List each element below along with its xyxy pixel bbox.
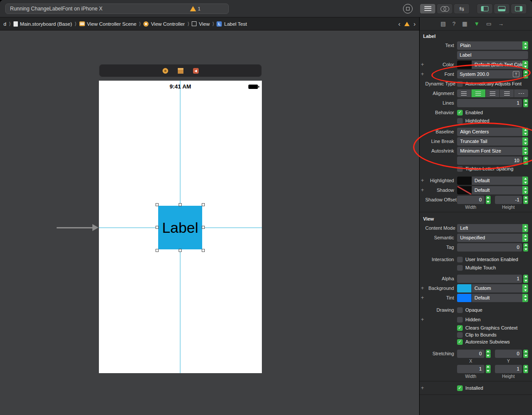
tag-stepper[interactable] [523,243,528,252]
nav-back-button[interactable]: ‹ [398,20,400,27]
stretching-x-field[interactable]: 0 [457,350,485,358]
autoshrink-dropdown[interactable]: Minimum Font Size [457,147,528,155]
navigator-toggle-button[interactable] [477,3,493,14]
hidden-checkbox[interactable] [457,317,463,323]
resize-handle[interactable] [156,203,159,206]
lines-field[interactable]: 1 [457,99,522,107]
jumpbar-item-view-controller[interactable]: View Controller [143,21,185,27]
clears-graphics-context-checkbox[interactable] [457,325,463,331]
nav-forward-button[interactable]: › [413,20,416,27]
stretching-height-field[interactable]: 1 [495,365,522,373]
line-break-dropdown[interactable]: Truncate Tail [457,137,528,146]
stretching-x-stepper[interactable] [486,350,491,358]
jumpbar-item-view[interactable]: View [192,21,210,27]
font-picker-icon[interactable]: T [513,71,519,77]
text-style-dropdown[interactable]: Plain [457,41,528,50]
alpha-field[interactable]: 1 [457,275,522,283]
jumpbar-item-label[interactable]: L Label Test [217,21,247,27]
resize-handle[interactable] [156,226,159,229]
storyboard-canvas[interactable]: 9:41 AM Label [0,31,419,415]
enabled-checkbox[interactable] [457,110,463,116]
shadow-color-well[interactable]: Default [457,186,528,194]
inspector-toggle-button[interactable] [511,3,527,14]
add-installed-attribute-button[interactable]: + [420,384,425,392]
standard-editor-button[interactable] [420,3,436,14]
align-left-segment[interactable] [457,89,471,97]
text-value-row: Label [420,50,532,60]
resize-handle[interactable] [179,249,182,252]
warning-icon[interactable] [404,22,410,26]
connections-inspector-tab[interactable]: → [498,21,504,27]
highlighted-color-well[interactable]: Default [457,177,528,185]
baseline-dropdown[interactable]: Align Centers [457,128,528,136]
jumpbar-truncated-item[interactable]: d [3,21,6,27]
debug-area-toggle-button[interactable] [494,3,510,14]
min-font-size-field[interactable]: 10 [457,156,522,165]
device-screen[interactable]: 9:41 AM Label [99,81,262,373]
exit-dock-icon[interactable] [193,68,199,74]
alpha-stepper[interactable] [523,275,528,283]
multiple-touch-checkbox[interactable] [457,265,463,271]
stretching-y-stepper[interactable] [523,350,528,358]
inspector-content[interactable]: Label Text Plain Label + Color Default (… [420,31,532,415]
content-mode-dropdown[interactable]: Left [457,224,528,232]
autoresize-subviews-checkbox[interactable] [457,339,463,345]
initial-view-arrow[interactable] [57,227,93,228]
shadow-offset-height-stepper[interactable] [523,196,528,204]
resize-handle[interactable] [202,249,205,252]
add-drawing-attribute-button[interactable]: + [420,316,425,324]
highlighted-checkbox[interactable] [457,118,463,124]
resize-handle[interactable] [179,203,182,206]
view-controller-dock-icon[interactable] [163,68,168,74]
adjusts-font-checkbox[interactable] [457,81,463,87]
add-tint-attribute-button[interactable]: + [420,294,425,302]
resize-handle[interactable] [156,249,159,252]
shadow-offset-width-field[interactable]: 0 [457,196,485,204]
shadow-offset-height-field[interactable]: -1 [495,196,522,204]
version-editor-button[interactable]: ⇆ [454,3,470,14]
opaque-checkbox[interactable] [457,307,463,313]
selected-label-view[interactable]: Label [158,206,202,249]
text-color-well[interactable]: Default (Dark Text Color) [457,61,528,69]
resize-handle[interactable] [202,203,205,206]
tag-field[interactable]: 0 [457,243,522,252]
semantic-dropdown[interactable]: Unspecified [457,234,528,242]
add-shadow-attribute-button[interactable]: + [420,186,425,194]
quick-help-tab[interactable]: ? [452,21,455,27]
font-size-stepper[interactable] [523,70,528,78]
identity-inspector-tab[interactable]: ▦ [462,21,468,27]
add-font-attribute-button[interactable]: + [420,70,425,78]
jumpbar-item-storyboard[interactable]: Main.storyboard (Base) [14,21,72,27]
font-field[interactable]: System 200.0T [457,70,522,78]
min-font-size-stepper[interactable] [523,156,528,165]
stretching-height-stepper[interactable] [523,365,528,373]
file-inspector-tab[interactable]: ▤ [441,21,446,27]
add-background-attribute-button[interactable]: + [420,284,425,293]
attributes-inspector-tab[interactable]: ▼ [474,21,480,27]
lines-stepper[interactable] [523,99,528,107]
assistant-editor-button[interactable] [437,3,453,14]
align-center-segment[interactable] [471,89,486,97]
shadow-offset-width-stepper[interactable] [486,196,491,204]
stretching-y-field[interactable]: 0 [495,350,522,358]
tighten-letter-spacing-checkbox[interactable] [457,166,463,172]
organizer-button[interactable] [403,4,413,14]
text-value-field[interactable]: Label [457,51,528,59]
jumpbar-item-scene[interactable]: View Controller Scene [79,21,137,27]
align-justified-segment[interactable] [500,89,514,97]
issues-badge[interactable]: 1 [190,6,200,11]
align-natural-segment[interactable] [514,89,528,97]
user-interaction-checkbox[interactable] [457,257,463,262]
tint-color-well[interactable]: Default [457,294,528,302]
stretching-width-stepper[interactable] [486,365,491,373]
add-highlighted-attribute-button[interactable]: + [420,177,425,185]
background-color-well[interactable]: Custom [457,284,528,293]
stretching-width-field[interactable]: 1 [457,365,485,373]
size-inspector-tab[interactable]: ▭ [486,21,491,27]
resize-handle[interactable] [202,226,205,229]
first-responder-dock-icon[interactable] [178,68,183,74]
align-right-segment[interactable] [486,89,500,97]
clip-to-bounds-checkbox[interactable] [457,332,463,338]
installed-checkbox[interactable] [457,385,463,391]
add-color-attribute-button[interactable]: + [420,61,425,69]
